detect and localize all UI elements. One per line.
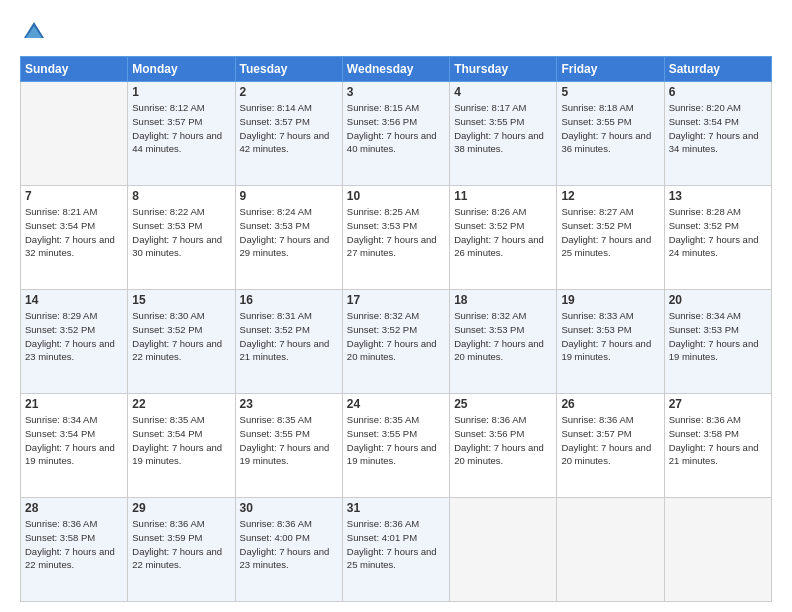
day-number: 1 [132,85,230,99]
calendar-week-row: 21Sunrise: 8:34 AM Sunset: 3:54 PM Dayli… [21,394,772,498]
calendar-cell: 14Sunrise: 8:29 AM Sunset: 3:52 PM Dayli… [21,290,128,394]
day-number: 28 [25,501,123,515]
day-number: 20 [669,293,767,307]
day-info: Sunrise: 8:29 AM Sunset: 3:52 PM Dayligh… [25,309,123,364]
day-number: 31 [347,501,445,515]
calendar-week-row: 28Sunrise: 8:36 AM Sunset: 3:58 PM Dayli… [21,498,772,602]
logo [20,18,52,46]
day-number: 6 [669,85,767,99]
day-number: 26 [561,397,659,411]
calendar-cell [557,498,664,602]
calendar-cell: 16Sunrise: 8:31 AM Sunset: 3:52 PM Dayli… [235,290,342,394]
day-number: 12 [561,189,659,203]
day-number: 18 [454,293,552,307]
day-number: 23 [240,397,338,411]
day-info: Sunrise: 8:34 AM Sunset: 3:54 PM Dayligh… [25,413,123,468]
calendar-cell [664,498,771,602]
calendar-header-monday: Monday [128,57,235,82]
day-info: Sunrise: 8:36 AM Sunset: 3:59 PM Dayligh… [132,517,230,572]
day-number: 25 [454,397,552,411]
day-info: Sunrise: 8:18 AM Sunset: 3:55 PM Dayligh… [561,101,659,156]
calendar-cell: 17Sunrise: 8:32 AM Sunset: 3:52 PM Dayli… [342,290,449,394]
calendar-cell: 4Sunrise: 8:17 AM Sunset: 3:55 PM Daylig… [450,82,557,186]
calendar-week-row: 14Sunrise: 8:29 AM Sunset: 3:52 PM Dayli… [21,290,772,394]
day-number: 3 [347,85,445,99]
day-info: Sunrise: 8:17 AM Sunset: 3:55 PM Dayligh… [454,101,552,156]
calendar-cell: 22Sunrise: 8:35 AM Sunset: 3:54 PM Dayli… [128,394,235,498]
calendar-cell: 8Sunrise: 8:22 AM Sunset: 3:53 PM Daylig… [128,186,235,290]
day-number: 4 [454,85,552,99]
calendar-cell: 26Sunrise: 8:36 AM Sunset: 3:57 PM Dayli… [557,394,664,498]
calendar-cell: 15Sunrise: 8:30 AM Sunset: 3:52 PM Dayli… [128,290,235,394]
day-info: Sunrise: 8:36 AM Sunset: 4:01 PM Dayligh… [347,517,445,572]
calendar-cell: 19Sunrise: 8:33 AM Sunset: 3:53 PM Dayli… [557,290,664,394]
day-info: Sunrise: 8:33 AM Sunset: 3:53 PM Dayligh… [561,309,659,364]
day-number: 13 [669,189,767,203]
calendar-cell: 24Sunrise: 8:35 AM Sunset: 3:55 PM Dayli… [342,394,449,498]
calendar-cell: 10Sunrise: 8:25 AM Sunset: 3:53 PM Dayli… [342,186,449,290]
calendar-cell: 2Sunrise: 8:14 AM Sunset: 3:57 PM Daylig… [235,82,342,186]
day-number: 15 [132,293,230,307]
calendar-cell: 12Sunrise: 8:27 AM Sunset: 3:52 PM Dayli… [557,186,664,290]
calendar-header-tuesday: Tuesday [235,57,342,82]
day-info: Sunrise: 8:35 AM Sunset: 3:54 PM Dayligh… [132,413,230,468]
calendar-cell: 20Sunrise: 8:34 AM Sunset: 3:53 PM Dayli… [664,290,771,394]
day-number: 10 [347,189,445,203]
day-number: 5 [561,85,659,99]
day-info: Sunrise: 8:15 AM Sunset: 3:56 PM Dayligh… [347,101,445,156]
day-info: Sunrise: 8:36 AM Sunset: 4:00 PM Dayligh… [240,517,338,572]
day-info: Sunrise: 8:34 AM Sunset: 3:53 PM Dayligh… [669,309,767,364]
calendar-cell: 11Sunrise: 8:26 AM Sunset: 3:52 PM Dayli… [450,186,557,290]
day-info: Sunrise: 8:21 AM Sunset: 3:54 PM Dayligh… [25,205,123,260]
day-number: 19 [561,293,659,307]
calendar-cell [21,82,128,186]
day-info: Sunrise: 8:25 AM Sunset: 3:53 PM Dayligh… [347,205,445,260]
day-number: 14 [25,293,123,307]
day-info: Sunrise: 8:35 AM Sunset: 3:55 PM Dayligh… [347,413,445,468]
day-number: 29 [132,501,230,515]
day-info: Sunrise: 8:36 AM Sunset: 3:57 PM Dayligh… [561,413,659,468]
day-number: 16 [240,293,338,307]
day-info: Sunrise: 8:31 AM Sunset: 3:52 PM Dayligh… [240,309,338,364]
day-info: Sunrise: 8:36 AM Sunset: 3:58 PM Dayligh… [25,517,123,572]
calendar-cell: 6Sunrise: 8:20 AM Sunset: 3:54 PM Daylig… [664,82,771,186]
day-number: 11 [454,189,552,203]
calendar-cell: 30Sunrise: 8:36 AM Sunset: 4:00 PM Dayli… [235,498,342,602]
calendar-header-row: SundayMondayTuesdayWednesdayThursdayFrid… [21,57,772,82]
day-number: 24 [347,397,445,411]
calendar: SundayMondayTuesdayWednesdayThursdayFrid… [20,56,772,602]
day-info: Sunrise: 8:30 AM Sunset: 3:52 PM Dayligh… [132,309,230,364]
calendar-cell: 21Sunrise: 8:34 AM Sunset: 3:54 PM Dayli… [21,394,128,498]
calendar-header-sunday: Sunday [21,57,128,82]
calendar-cell: 7Sunrise: 8:21 AM Sunset: 3:54 PM Daylig… [21,186,128,290]
header [20,18,772,46]
calendar-week-row: 1Sunrise: 8:12 AM Sunset: 3:57 PM Daylig… [21,82,772,186]
day-info: Sunrise: 8:28 AM Sunset: 3:52 PM Dayligh… [669,205,767,260]
calendar-cell: 23Sunrise: 8:35 AM Sunset: 3:55 PM Dayli… [235,394,342,498]
page: SundayMondayTuesdayWednesdayThursdayFrid… [0,0,792,612]
day-number: 21 [25,397,123,411]
day-info: Sunrise: 8:36 AM Sunset: 3:56 PM Dayligh… [454,413,552,468]
day-info: Sunrise: 8:26 AM Sunset: 3:52 PM Dayligh… [454,205,552,260]
calendar-header-thursday: Thursday [450,57,557,82]
day-info: Sunrise: 8:12 AM Sunset: 3:57 PM Dayligh… [132,101,230,156]
calendar-header-wednesday: Wednesday [342,57,449,82]
calendar-cell: 29Sunrise: 8:36 AM Sunset: 3:59 PM Dayli… [128,498,235,602]
day-info: Sunrise: 8:36 AM Sunset: 3:58 PM Dayligh… [669,413,767,468]
calendar-header-saturday: Saturday [664,57,771,82]
day-number: 8 [132,189,230,203]
calendar-header-friday: Friday [557,57,664,82]
calendar-cell: 13Sunrise: 8:28 AM Sunset: 3:52 PM Dayli… [664,186,771,290]
calendar-cell [450,498,557,602]
calendar-cell: 5Sunrise: 8:18 AM Sunset: 3:55 PM Daylig… [557,82,664,186]
day-number: 22 [132,397,230,411]
day-info: Sunrise: 8:32 AM Sunset: 3:53 PM Dayligh… [454,309,552,364]
calendar-cell: 27Sunrise: 8:36 AM Sunset: 3:58 PM Dayli… [664,394,771,498]
calendar-cell: 28Sunrise: 8:36 AM Sunset: 3:58 PM Dayli… [21,498,128,602]
day-number: 9 [240,189,338,203]
day-number: 30 [240,501,338,515]
day-number: 7 [25,189,123,203]
day-info: Sunrise: 8:20 AM Sunset: 3:54 PM Dayligh… [669,101,767,156]
calendar-cell: 1Sunrise: 8:12 AM Sunset: 3:57 PM Daylig… [128,82,235,186]
calendar-cell: 18Sunrise: 8:32 AM Sunset: 3:53 PM Dayli… [450,290,557,394]
